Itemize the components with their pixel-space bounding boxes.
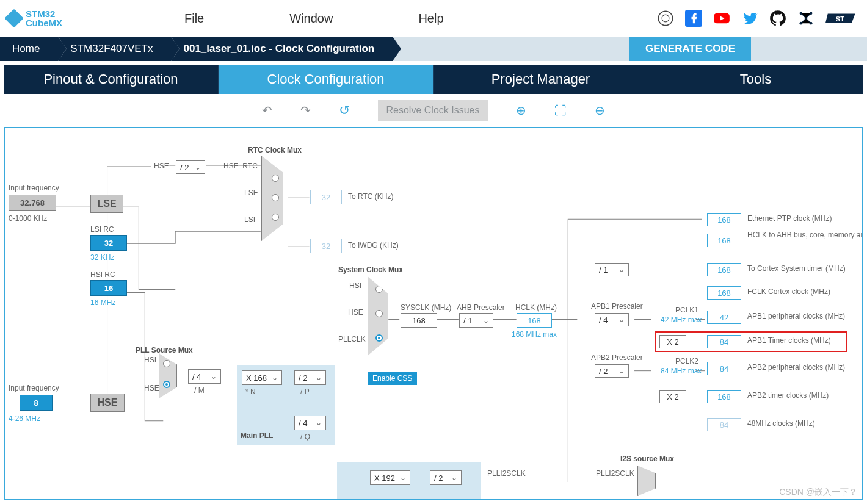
pclk2-label: PCLK2 (675, 357, 698, 365)
hsi-value: 16 (90, 280, 127, 296)
input-frequency-hse-label: Input frequency (9, 384, 59, 392)
pll-q-divider[interactable]: / 4 (294, 416, 326, 430)
ahb-prescaler[interactable]: / 1 (459, 313, 493, 328)
48mhz-label: 48MHz clocks (MHz) (747, 419, 815, 428)
pll-p-label: / P (300, 387, 310, 396)
breadcrumb-home[interactable]: Home (0, 37, 58, 61)
pll-q-label: / Q (300, 433, 310, 441)
hsi-rc-label: HSI RC (90, 270, 115, 279)
apb2-timer-mult: X 2 (659, 390, 686, 403)
enable-css-button[interactable]: Enable CSS (368, 372, 417, 385)
apb1-prescaler[interactable]: / 4 (595, 313, 629, 326)
plli2sclk-label-2: PLLI2SCLK (596, 469, 634, 478)
connect-icon[interactable] (797, 10, 814, 27)
st-logo-icon: ST (825, 11, 860, 26)
sysclk-value[interactable]: 168 (401, 313, 437, 328)
hsi-mhz-label: 16 MHz (90, 298, 115, 307)
svg-point-0 (658, 11, 672, 25)
cortex-sys-value: 168 (707, 263, 741, 276)
pll-n-label: * N (245, 387, 256, 396)
generate-code-button[interactable]: GENERATE CODE (629, 37, 751, 61)
facebook-icon[interactable] (685, 10, 702, 27)
hclk-value[interactable]: 168 (517, 313, 552, 328)
pclk1-label: PCLK1 (675, 306, 698, 314)
lsi-value: 32 (90, 235, 127, 251)
zoom-in-icon[interactable]: ⊕ (516, 103, 526, 118)
ahb-prescaler-label: AHB Prescaler (457, 303, 505, 312)
tab-pinout[interactable]: Pinout & Configuration (4, 65, 219, 94)
pll-hsi-label: HSI (144, 356, 156, 364)
lsi-rc-label: LSI RC (90, 225, 114, 234)
apb2-prescaler-label: APB2 Prescaler (591, 353, 643, 362)
plli2sclk-label: PLLI2SCLK (487, 469, 526, 478)
tab-clock[interactable]: Clock Configuration (219, 65, 434, 94)
menu-window[interactable]: Window (289, 12, 333, 26)
st-badge-icon (657, 10, 674, 27)
apb2-peripheral-label: APB2 peripheral clocks (MHz) (747, 363, 845, 372)
to-iwdg-label: To IWDG (KHz) (348, 241, 399, 250)
apb2-peripheral-value: 84 (707, 362, 741, 375)
lse-mux-in-label: LSE (244, 189, 258, 197)
i2s-mux-label: I2S source Mux (620, 455, 674, 463)
fclk-value: 168 (707, 286, 741, 300)
hse-rtc-divider[interactable]: / 2 (176, 160, 205, 174)
apb1-timer-highlight (655, 331, 847, 352)
breadcrumb-chip[interactable]: STM32F407VETx (58, 37, 171, 61)
twitter-icon[interactable] (741, 10, 758, 27)
clock-diagram-canvas[interactable]: Input frequency 32.768 0-1000 KHz LSE HS… (4, 127, 863, 500)
plli2s-divider[interactable]: / 2 (430, 470, 462, 485)
hclk-ahb-label: HCLK to AHB bus, core, memory and DMA (M… (747, 231, 857, 239)
apb1-peripheral-value: 42 (707, 311, 741, 324)
tab-tools[interactable]: Tools (648, 65, 863, 94)
iwdg-output: 32 (310, 239, 342, 253)
hsi-sysmux-label: HSI (349, 281, 361, 290)
hse-sysmux-label: HSE (348, 308, 363, 317)
hclk-ahb-value: 168 (707, 234, 741, 247)
apb2-prescaler[interactable]: / 2 (595, 364, 629, 378)
hse-block: HSE (90, 394, 125, 412)
menu-help[interactable]: Help (418, 12, 443, 26)
lse-block: LSE (90, 195, 123, 213)
hse-rtc-label: HSE_RTC (223, 162, 258, 170)
to-rtc-label: To RTC (KHz) (348, 192, 393, 201)
fclk-label: FCLK Cortex clock (MHz) (747, 287, 830, 296)
github-icon[interactable] (769, 10, 786, 27)
hse-range-label: 4-26 MHz (9, 414, 40, 423)
input-frequency-lse-label: Input frequency (9, 184, 59, 192)
pll-m-divider[interactable]: / 4 (188, 369, 221, 384)
pll-hse-label: HSE (144, 384, 159, 392)
48mhz-value: 84 (707, 418, 741, 431)
lse-input-value[interactable]: 32.768 (9, 195, 56, 211)
main-pll-label: Main PLL (241, 431, 273, 440)
redo-icon[interactable]: ↷ (300, 103, 311, 118)
rtc-mux-label: RTC Clock Mux (248, 146, 302, 154)
zoom-out-icon[interactable]: ⊖ (595, 103, 605, 118)
apb2-timer-label: APB2 timer clocks (MHz) (747, 391, 829, 400)
cortex-sys-divider[interactable]: / 1 (595, 263, 629, 276)
hse-input-value[interactable]: 8 (20, 395, 53, 411)
pclk1-max-label: 42 MHz max (661, 315, 702, 324)
undo-icon[interactable]: ↶ (262, 103, 272, 118)
apb1-peripheral-label: APB1 peripheral clocks (MHz) (747, 312, 845, 320)
sysclk-label: SYSCLK (MHz) (401, 303, 451, 312)
breadcrumb-file[interactable]: 001_laser_01.ioc - Clock Configuration (171, 37, 393, 61)
lse-range-label: 0-1000 KHz (9, 214, 47, 223)
pll-m-label: / M (194, 386, 205, 395)
reset-icon[interactable]: ↺ (339, 103, 350, 118)
apb2-timer-value: 168 (707, 390, 741, 403)
rtc-output: 32 (310, 190, 342, 204)
plli2s-n-multiplier[interactable]: X 192 (370, 470, 410, 485)
hclk-label: HCLK (MHz) (515, 303, 557, 312)
menu-file[interactable]: File (184, 12, 204, 26)
resolve-clock-issues-button: Resolve Clock Issues (378, 100, 488, 121)
app-logo: STM32CubeMX (7, 9, 62, 27)
hclk-max-label: 168 MHz max (512, 330, 557, 339)
zoom-fit-icon[interactable]: ⛶ (554, 104, 567, 118)
tab-project[interactable]: Project Manager (434, 65, 648, 94)
pll-n-multiplier[interactable]: X 168 (242, 370, 282, 385)
pll-p-divider[interactable]: / 2 (294, 370, 326, 385)
youtube-icon[interactable] (713, 10, 730, 27)
lsi-mux-in-label: LSI (244, 215, 255, 224)
svg-point-1 (662, 15, 669, 22)
eth-ptp-value: 168 (707, 213, 741, 226)
